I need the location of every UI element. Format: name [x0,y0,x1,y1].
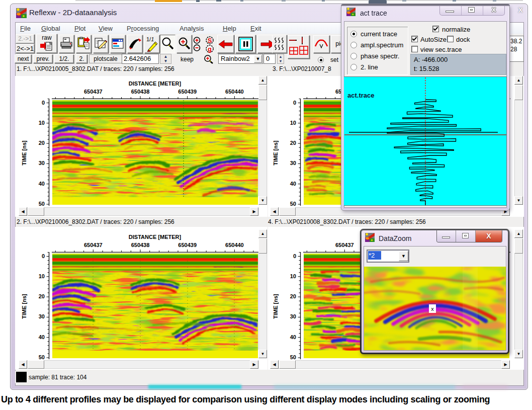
svg-text:g: g [208,45,212,53]
svg-text:x: x [431,306,434,312]
svg-text:S: S [208,37,212,44]
